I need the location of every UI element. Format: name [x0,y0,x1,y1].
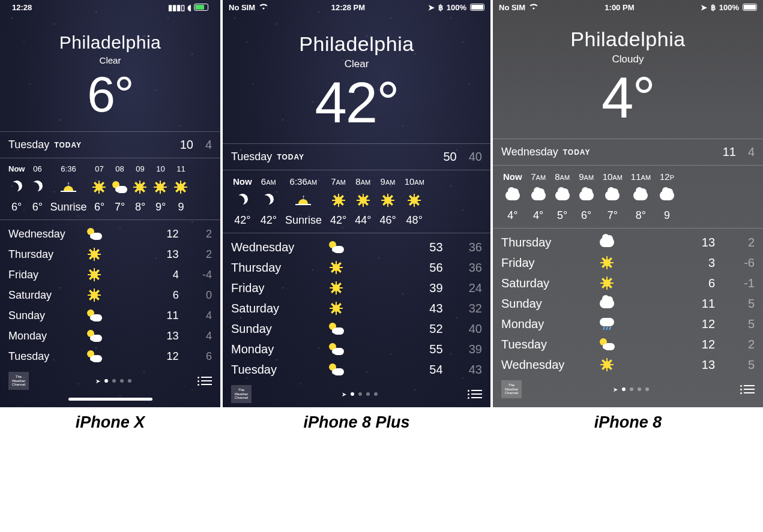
today-high: 10 [180,138,193,152]
page-dot [630,387,633,391]
hour-item: 6:36↑Sunrise [47,164,89,214]
hour-time: Now [503,172,522,182]
today-day: Tuesday [8,139,49,151]
weather-channel-button[interactable]: The Weather Channel [231,385,252,403]
weather-screen[interactable]: No SIM1:00 PM➤฿100%PhiladelphiaCloudy4°W… [493,0,763,407]
current-temp: 4° [493,69,763,127]
day-low: 43 [451,363,482,377]
daily-forecast[interactable]: Wednesday122Thursday132Friday4-4Saturday… [0,220,220,368]
rain-icon [600,318,614,330]
hour-time: Now [233,176,252,187]
day-name: Monday [8,330,86,342]
hour-temp: 44° [355,214,371,227]
hour-time: 10AM [603,172,623,182]
hour-temp: 46° [379,214,396,227]
weather-channel-button[interactable]: The Weather Channel [501,380,522,398]
home-indicator[interactable] [68,398,152,401]
day-low: 4 [187,330,212,342]
location-page-icon: ➤ [342,391,346,398]
battery-icon [743,4,757,11]
sun-icon [358,195,369,206]
day-high: 39 [381,281,451,295]
hour-item: 119 [170,164,191,214]
day-high: 12 [129,228,187,241]
page-indicator[interactable]: ➤ [95,378,131,384]
hour-time: 07 [95,164,103,173]
day-low: 0 [187,289,212,302]
current-weather: PhiladelphiaCloudy4° [493,14,763,139]
status-time: 12:28 [12,3,32,12]
day-low: -6 [723,256,755,270]
today-low: 4 [205,138,212,152]
partly-icon [328,343,344,355]
day-name: Friday [231,281,328,295]
page-indicator[interactable]: ➤ [613,386,649,393]
day-name: Wednesday [231,241,328,254]
day-high: 13 [653,358,723,372]
day-low: 2 [723,236,755,250]
partly-icon [86,330,102,342]
hour-item: 10AM7° [599,172,627,222]
hour-time: 6:36AM [290,176,318,187]
page-dot [128,379,131,383]
daily-forecast[interactable]: Wednesday5336Thursday5636Friday3924Satur… [223,233,490,381]
hour-item: 8AM5° [550,172,575,222]
day-low: 5 [723,297,755,311]
day-name: Thursday [501,236,599,250]
day-high: 54 [381,363,451,377]
day-name: Sunday [501,297,599,311]
cloud-icon [600,238,614,247]
hour-item: 10AM48° [400,176,429,227]
page-dot [366,392,370,396]
day-name: Thursday [8,248,86,261]
moon-icon [11,181,22,194]
moon-icon [32,181,43,194]
sun-icon [602,278,612,288]
day-row: Saturday6-1 [501,273,755,293]
today-label: TODAY [277,153,304,161]
cloud-icon [531,191,546,200]
bottom-toolbar: The Weather Channel➤ [223,381,490,407]
day-name: Saturday [501,276,599,290]
today-label: TODAY [54,141,82,149]
hour-item: 066° [27,164,47,214]
today-row: WednesdayTODAY114 [493,139,763,165]
bottom-toolbar: The Weather Channel➤ [493,376,763,402]
day-row: Saturday4332 [231,298,482,318]
status-time: 1:00 PM [605,3,634,12]
status-time: 12:28 PM [331,3,365,12]
weather-screen[interactable]: 12:28▮▮▮▯◖PhiladelphiaClear6°TuesdayTODA… [0,0,220,407]
page-dot [374,392,378,396]
cloud-icon [600,299,614,308]
locations-list-button[interactable] [740,385,755,394]
battery-percent: 100% [719,3,739,12]
hour-temp: 6° [32,201,43,214]
sun-icon [602,257,612,268]
today-high: 50 [444,150,457,164]
cloud-icon [605,191,620,200]
page-indicator[interactable]: ➤ [342,391,378,398]
hour-time: 6AM [261,176,276,187]
hourly-forecast[interactable]: Now4°7AM4°8AM5°9AM6°10AM7°11AM8°12P9 [493,165,763,228]
day-row: Thursday132 [501,232,755,253]
today-day: Tuesday [231,151,272,163]
locations-list-button[interactable] [198,377,212,386]
day-high: 43 [381,302,451,315]
weather-channel-button[interactable]: The Weather Channel [8,372,29,390]
day-low: 40 [451,322,482,336]
hourly-forecast[interactable]: Now42°6AM42°6:36AM↑Sunrise7AM42°8AM44°9A… [223,170,490,233]
partly-icon [328,241,344,253]
daily-forecast[interactable]: Thursday132Friday3-6Saturday6-1Sunday115… [493,228,763,376]
sun-icon [331,303,342,314]
day-name: Sunday [231,322,328,336]
day-row: Thursday5636 [231,257,482,278]
hour-time: 08 [115,164,124,173]
locations-list-button[interactable] [468,390,482,399]
hour-item: 6AM42° [256,176,281,227]
cloud-icon [579,191,594,200]
hourly-forecast[interactable]: Now6°066°6:36↑Sunrise076°087°098°109°119 [0,158,220,220]
hour-temp: 6° [581,209,591,222]
hour-temp: 9 [178,201,184,214]
weather-screen[interactable]: No SIM12:28 PM➤฿100%PhiladelphiaClear42°… [223,0,490,407]
day-row: Sunday5240 [231,318,482,339]
